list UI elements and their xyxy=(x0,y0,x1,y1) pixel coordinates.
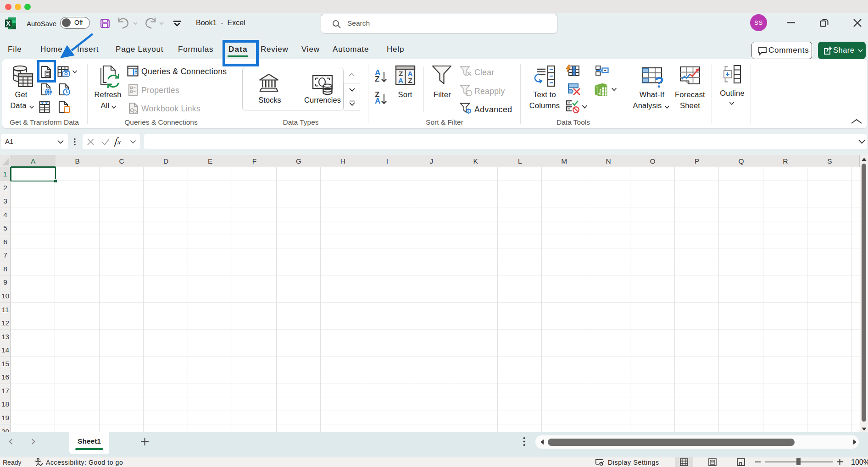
svg-text:?: ? xyxy=(655,73,664,91)
svg-text:Z: Z xyxy=(408,77,412,84)
svg-text:X: X xyxy=(6,20,11,27)
svg-text:Z: Z xyxy=(399,70,403,77)
svg-text:A: A xyxy=(398,77,403,84)
svg-text:A: A xyxy=(408,70,413,77)
